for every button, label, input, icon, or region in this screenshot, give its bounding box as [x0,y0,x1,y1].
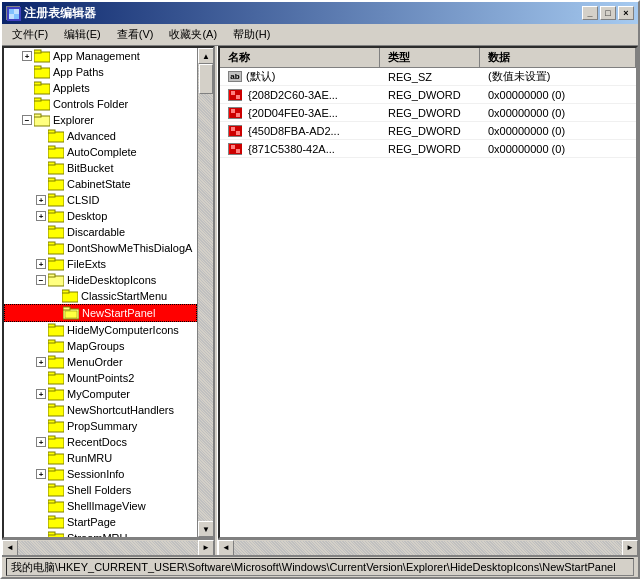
values-row-1[interactable]: {208D2C60-3AE...REG_DWORD0x00000000 (0) [220,86,636,104]
tree-item-mapgroups[interactable]: MapGroups [4,338,197,354]
hscroll-right-button[interactable]: ► [198,540,214,556]
tree-item-classicstartmenu[interactable]: ClassicStartMenu [4,288,197,304]
svg-rect-74 [236,95,240,99]
tree-label-autocomplete: AutoComplete [67,146,137,158]
tree-item-menuorder[interactable]: + MenuOrder [4,354,197,370]
value-name-text-4: {871C5380-42A... [248,143,335,155]
menu-edit[interactable]: 编辑(E) [56,25,109,44]
tree-item-fileexts[interactable]: + FileExts [4,256,197,272]
tree-item-mountpoints2[interactable]: MountPoints2 [4,370,197,386]
values-rows: ab (默认)REG_SZ(数值未设置) {208D2C60-3AE...REG… [220,68,636,158]
tree-item-sessioninfo[interactable]: + SessionInfo [4,466,197,482]
svg-rect-61 [48,484,55,487]
svg-rect-45 [48,356,55,359]
tree-item-desktop[interactable]: + Desktop [4,208,197,224]
tree-item-shellimageview[interactable]: ShellImageView [4,498,197,514]
maximize-button[interactable]: □ [600,6,616,20]
svg-rect-59 [48,468,55,471]
tree-label-recentdocs: RecentDocs [67,436,127,448]
expand-btn-recentdocs[interactable]: + [36,437,46,447]
tree-item-shell-folders[interactable]: Shell Folders [4,482,197,498]
svg-rect-77 [236,113,240,117]
expand-btn-fileexts[interactable]: + [36,259,46,269]
tree-item-app-management[interactable]: + App Management [4,48,197,64]
tree-hscrollbar[interactable]: ◄ ► [2,539,214,555]
expand-btn-mycomputer[interactable]: + [36,389,46,399]
tree-item-newshortcuthandlers[interactable]: NewShortcutHandlers [4,402,197,418]
scroll-thumb[interactable] [199,64,213,94]
tree-item-propsummary[interactable]: PropSummary [4,418,197,434]
expand-btn-explorer[interactable]: − [22,115,32,125]
folder-icon-applets [34,81,50,95]
menu-help[interactable]: 帮助(H) [225,25,278,44]
svg-rect-36 [62,290,69,293]
tree-item-hidemycomputericons[interactable]: HideMyComputerIcons [4,322,197,338]
values-hscroll-right[interactable]: ► [622,540,638,556]
header-name[interactable]: 名称 [220,48,380,67]
svg-rect-28 [48,226,55,229]
tree-label-mountpoints2: MountPoints2 [67,372,134,384]
scroll-up-button[interactable]: ▲ [198,48,214,64]
values-row-4[interactable]: {871C5380-42A...REG_DWORD0x00000000 (0) [220,140,636,158]
main-window: 注册表编辑器 _ □ × 文件(F) 编辑(E) 查看(V) 收藏夹(A) 帮助… [0,0,640,579]
tree-scrollbar[interactable]: ▲ ▼ [197,48,213,537]
tree-item-advanced[interactable]: Advanced [4,128,197,144]
tree-item-bitbucket[interactable]: BitBucket [4,160,197,176]
svg-rect-73 [231,91,235,95]
expand-placeholder-runmru [36,453,46,463]
values-row-3[interactable]: {450D8FBA-AD2...REG_DWORD0x00000000 (0) [220,122,636,140]
values-row-0[interactable]: ab (默认)REG_SZ(数值未设置) [220,68,636,86]
values-hscroll-left[interactable]: ◄ [218,540,234,556]
menu-file[interactable]: 文件(F) [4,25,56,44]
expand-btn-hidedesktopicons[interactable]: − [36,275,46,285]
tree-item-cabinetstate[interactable]: CabinetState [4,176,197,192]
values-row-2[interactable]: {20D04FE0-3AE...REG_DWORD0x00000000 (0) [220,104,636,122]
folder-icon-classicstartmenu [62,289,78,303]
hscroll-left-button[interactable]: ◄ [2,540,18,556]
value-name-3: {450D8FBA-AD2... [220,124,380,138]
value-name-text-2: {20D04FE0-3AE... [248,107,338,119]
value-type-3: REG_DWORD [380,124,480,138]
tree-item-dontshowmethisdialog[interactable]: DontShowMeThisDialogA [4,240,197,256]
expand-btn-menuorder[interactable]: + [36,357,46,367]
close-button[interactable]: × [618,6,634,20]
tree-item-startpage[interactable]: StartPage [4,514,197,530]
tree-item-streammru[interactable]: StreamMRU [4,530,197,537]
expand-btn-sessioninfo[interactable]: + [36,469,46,479]
values-hscroll-track[interactable] [234,541,622,555]
expand-placeholder-autocomplete [36,147,46,157]
tree-item-app-paths[interactable]: App Paths [4,64,197,80]
scroll-down-button[interactable]: ▼ [198,521,214,537]
tree-item-autocomplete[interactable]: AutoComplete [4,144,197,160]
tree-label-sessioninfo: SessionInfo [67,468,124,480]
tree-item-discardable[interactable]: Discardable [4,224,197,240]
tree-item-newstartpanel[interactable]: NewStartPanel [4,304,197,322]
scroll-track[interactable] [198,64,213,521]
expand-btn-desktop[interactable]: + [36,211,46,221]
expand-btn-app-management[interactable]: + [22,51,32,61]
folder-icon-bitbucket [48,161,64,175]
tree-item-mycomputer[interactable]: + MyComputer [4,386,197,402]
folder-icon-streammru [48,531,64,537]
tree-item-recentdocs[interactable]: + RecentDocs [4,434,197,450]
expand-placeholder-controls-folder [22,99,32,109]
tree-content: + App Management App Paths Applets Contr… [4,48,197,537]
tree-item-runmru[interactable]: RunMRU [4,450,197,466]
tree-item-clsid[interactable]: + CLSID [4,192,197,208]
values-hscrollbar[interactable]: ◄ ► [218,539,638,555]
expand-btn-clsid[interactable]: + [36,195,46,205]
tree-item-controls-folder[interactable]: Controls Folder [4,96,197,112]
header-data[interactable]: 数据 [480,48,636,67]
tree-item-applets[interactable]: Applets [4,80,197,96]
minimize-button[interactable]: _ [582,6,598,20]
tree-label-desktop: Desktop [67,210,107,222]
tree-item-explorer[interactable]: − Explorer [4,112,197,128]
tree-label-controls-folder: Controls Folder [53,98,128,110]
tree-label-app-management: App Management [53,50,140,62]
menu-favorites[interactable]: 收藏夹(A) [161,25,225,44]
menu-view[interactable]: 查看(V) [109,25,162,44]
tree-item-hidedesktopicons[interactable]: − HideDesktopIcons [4,272,197,288]
hscroll-track[interactable] [18,541,198,555]
expand-placeholder-dontshowmethisdialog [36,243,46,253]
header-type[interactable]: 类型 [380,48,480,67]
